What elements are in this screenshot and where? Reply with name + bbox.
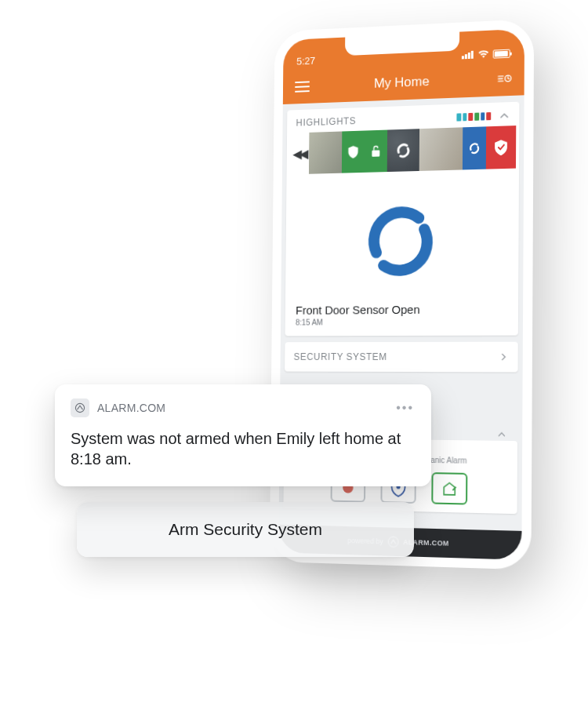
- notification-app-name: ALARM.COM: [97, 402, 165, 414]
- security-card[interactable]: SECURITY SYSTEM: [285, 342, 518, 373]
- status-time: 5:27: [296, 55, 315, 67]
- svg-point-6: [75, 403, 84, 412]
- camera-thumb-2[interactable]: [419, 127, 463, 171]
- scroll-left-icon[interactable]: ◀◀: [290, 146, 310, 161]
- highlight-title: Front Door Sensor Open: [296, 302, 507, 317]
- security-header: SECURITY SYSTEM: [294, 351, 387, 362]
- more-icon[interactable]: •••: [396, 401, 414, 415]
- notification-card[interactable]: ALARM.COM ••• System was not armed when …: [55, 384, 431, 486]
- cellular-signal-icon: [462, 51, 474, 60]
- phone-mockup: 5:27 My Home: [270, 19, 535, 570]
- sensor-thumb[interactable]: [387, 129, 419, 172]
- highlight-time: 8:15 AM: [296, 317, 507, 326]
- scenes-icon[interactable]: [495, 71, 511, 86]
- chevron-up-icon[interactable]: [497, 430, 506, 442]
- phone-frame: 5:27 My Home: [270, 19, 535, 570]
- notification-app: ALARM.COM: [71, 398, 165, 417]
- highlight-detail[interactable]: Front Door Sensor Open 8:15 AM: [285, 169, 519, 337]
- highlights-strip[interactable]: ◀◀: [287, 126, 520, 175]
- alarm-app-icon: [71, 398, 89, 417]
- camera-thumb-1[interactable]: [309, 131, 342, 173]
- shield-check-thumb[interactable]: [486, 126, 516, 169]
- unlock-thumb[interactable]: [365, 130, 387, 173]
- page-title: My Home: [374, 74, 430, 92]
- wifi-icon: [478, 49, 489, 60]
- sensor-blue-thumb[interactable]: [463, 126, 486, 169]
- status-indicators: [462, 49, 510, 60]
- notification-body: System was not armed when Emily left hom…: [71, 428, 414, 469]
- svg-rect-4: [372, 150, 379, 157]
- highlights-card: HIGHLIGHTS: [285, 102, 520, 337]
- chevron-right-icon[interactable]: [499, 352, 508, 362]
- arm-system-button[interactable]: Arm Security System: [77, 502, 414, 557]
- shield-thumb[interactable]: [342, 131, 365, 173]
- menu-icon[interactable]: [295, 81, 310, 92]
- highlights-header: HIGHLIGHTS: [296, 115, 356, 128]
- notification-header: ALARM.COM •••: [71, 398, 414, 417]
- sensor-open-icon: [296, 180, 508, 300]
- highlights-spark-icon: [456, 112, 491, 122]
- chevron-up-icon[interactable]: [499, 110, 510, 122]
- arm-system-label: Arm Security System: [169, 520, 322, 539]
- panic-medical-button[interactable]: [431, 472, 467, 504]
- battery-icon: [493, 49, 510, 58]
